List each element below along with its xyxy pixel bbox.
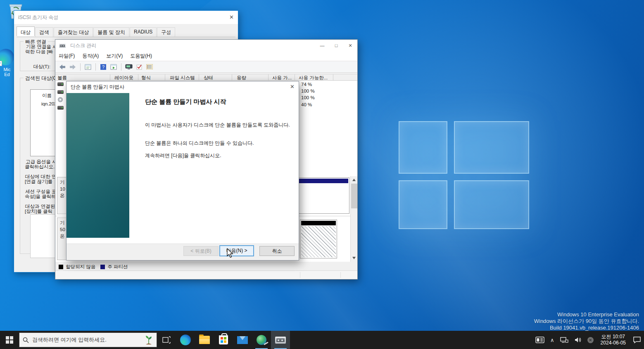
iscsi-initiator-taskbar-icon[interactable] [252,331,271,349]
tab-favorite-targets[interactable]: 즐겨찾는 대상 [54,27,93,37]
percent-free-value: 100 % [301,95,315,100]
next-button[interactable]: 다음(N) > [219,245,254,256]
tab-discovery[interactable]: 검색 [35,27,53,37]
scroll-up-icon[interactable] [352,179,356,181]
mail-icon[interactable] [233,331,252,349]
tab-targets[interactable]: 대상 [17,26,35,36]
tab-volumes-devices[interactable]: 볼륨 및 장치 [93,27,129,37]
col-free-space[interactable]: 사용 가... [272,75,292,81]
diskmgmt-window-title: 디스크 관리 [68,42,96,49]
scroll-thumb[interactable] [351,184,357,208]
envelope-icon [237,336,248,344]
help-icon[interactable]: ? [100,64,107,70]
shortcut-arrow-icon: ↗ [0,61,2,66]
hint-properties-2: 속성]을 클릭하 [25,194,56,200]
unallocated-bar [301,221,336,225]
search-icon [23,337,29,343]
diskmgmt-titlebar[interactable]: 디스크 관리 — □ ✕ [55,40,357,51]
menu-action[interactable]: 동작(A) [82,53,99,60]
wizard-titlebar[interactable]: 단순 볼륨 만들기 마법사 ✕ [67,81,299,92]
col-status[interactable]: 상태 [204,75,213,81]
wizard-button-row: < 뒤로(B) 다음(N) > 취소 [67,244,299,260]
iscsi-titlebar[interactable]: iSCSI 초기자 속성 ✕ [14,11,238,24]
discovered-targets-label: 검색된 대상(G [24,75,59,82]
edge-icon: ↗ [0,49,14,65]
menu-view[interactable]: 보기(V) [106,53,123,60]
cancel-button[interactable]: 취소 [259,246,295,256]
search-input[interactable]: 검색하려면 여기에 입력하세요. [19,332,157,347]
volume-icon[interactable] [571,331,585,349]
check-task-icon[interactable] [135,64,143,70]
status-error-icon[interactable]: ✕ [585,331,596,349]
clock-date: 2024-06-05 [601,340,626,346]
disk-management-app-icon [59,43,66,48]
hint-advanced-2: 클릭하십시오. [25,164,55,170]
wizard-heading: 단순 볼륨 만들기 마법사 시작 [145,98,226,106]
action-center-icon[interactable] [630,331,644,349]
forward-icon[interactable] [69,64,76,70]
volume-list-header: 볼륨 레이아웃 형식 파일 시스템 상태 용량 사용 가... 사용 가능한..… [55,74,357,81]
wizard-title: 단순 볼륨 만들기 마법사 [67,84,124,91]
back-icon[interactable] [59,64,66,70]
list-header-name: 이름 [42,93,52,99]
close-icon[interactable]: ✕ [229,14,234,20]
close-icon[interactable]: ✕ [343,40,357,51]
menu-help[interactable]: 도움말(H) [130,53,152,60]
clock-time: 오전 10:07 [601,334,626,340]
microsoft-store-icon[interactable] [214,331,233,349]
windows-logo-wallpaper [399,121,531,231]
folder-icon [199,336,210,344]
wizard-paragraph-2: 단순 볼륨은 하나의 디스크에만 만들 수 있습니다. [145,140,295,146]
disk-drive-icon [275,337,286,344]
diskmgmt-menubar: 파일(F) 동작(A) 보기(V) 도움말(H) [55,51,357,61]
volume-row-icon [57,90,64,94]
iscsi-window-title: iSCSI 초기자 속성 [14,14,58,21]
unallocated-space-block[interactable] [300,220,337,258]
target-field-label: 대상(T): [33,64,50,70]
minimize-icon[interactable]: — [315,40,329,51]
scroll-down-icon[interactable] [352,257,356,259]
menu-file[interactable]: 파일(F) [59,53,75,60]
cd-rom-row-icon [58,97,63,102]
quick-connect-text-2: 력한 다음 [빠 [25,49,53,55]
disk-management-taskbar-icon[interactable] [271,331,290,349]
start-button[interactable] [0,331,19,349]
col-volume[interactable]: 볼륨 [57,75,67,81]
mouse-cursor [227,248,234,258]
watermark-line-2: Windows 라이선스가 90일 동안 유효합니다. [534,318,639,325]
maximize-icon[interactable]: □ [329,40,343,51]
col-filesystem[interactable]: 파일 시스템 [170,75,195,81]
iscsi-tab-strip: 대상 검색 즐겨찾는 대상 볼륨 및 장치 RADIUS 구성 [17,27,176,37]
wizard-paragraph-1: 이 마법사는 사용자가 디스크에 단순 볼륨을 만들도록 도와줍니다. [145,122,295,128]
watermark-line-3: Build 19041.vb_release.191206-1406 [534,325,639,331]
col-type[interactable]: 형식 [141,75,151,81]
view-icon[interactable] [110,64,117,70]
unallocated-hatch [301,226,336,257]
tab-configuration[interactable]: 구성 [157,27,175,37]
list-view-icon[interactable] [146,64,153,70]
evaluation-watermark: Windows 10 Enterprise Evaluation Windows… [534,311,639,331]
file-explorer-icon[interactable] [195,331,214,349]
back-button[interactable]: < 뒤로(B) [183,246,219,256]
col-capacity[interactable]: 용량 [237,75,246,81]
ime-panel-icon[interactable] [532,331,547,349]
show-hidden-icons-chevron[interactable]: ∧ [547,331,557,349]
search-placeholder: 검색하려면 여기에 입력하세요. [32,336,141,344]
properties-icon[interactable] [84,64,92,70]
legend-primary-label: 주 파티션 [107,264,128,270]
vertical-scrollbar[interactable] [350,176,357,262]
tab-radius[interactable]: RADIUS [130,27,157,37]
clock[interactable]: 오전 10:07 2024-06-05 [596,334,630,346]
col-percent-free[interactable]: 사용 가능한... [299,75,328,81]
close-icon[interactable]: ✕ [290,84,295,90]
task-view-button[interactable] [157,331,176,349]
primary-partition-swatch [100,265,105,269]
edge-taskbar-icon[interactable] [176,331,195,349]
edge-icon [180,335,191,345]
unallocated-swatch [59,265,63,269]
console-icon[interactable] [125,64,133,70]
network-icon[interactable] [557,331,571,349]
col-layout[interactable]: 레이아웃 [114,75,133,81]
hint-disconnect-2: [연결 끊기]를 [25,179,52,185]
new-simple-volume-wizard: 단순 볼륨 만들기 마법사 ✕ 단순 볼륨 만들기 마법사 시작 이 마법사는 … [66,81,299,261]
